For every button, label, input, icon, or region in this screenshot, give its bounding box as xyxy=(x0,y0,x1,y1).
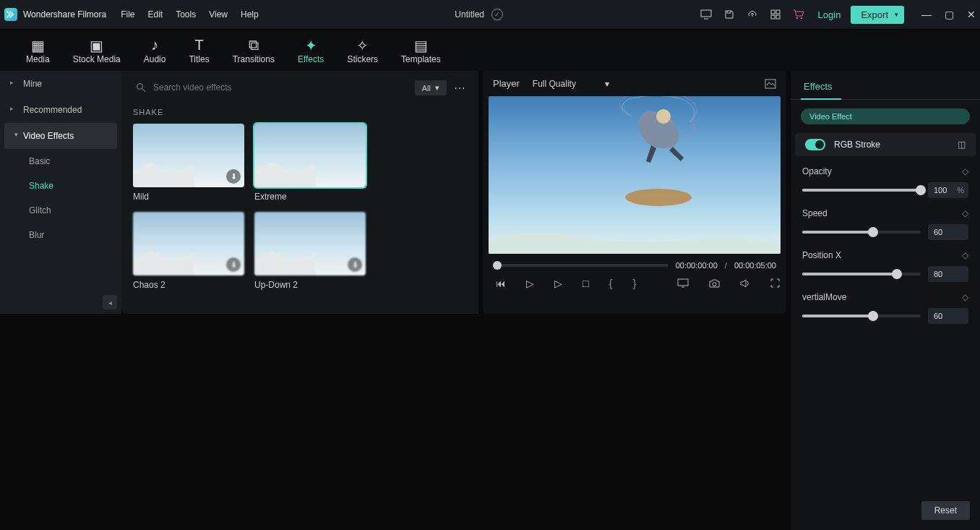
export-label: Export xyxy=(861,9,888,20)
prop-value[interactable]: 100% xyxy=(928,182,968,198)
timecode-total: 00:00:05:00 xyxy=(734,261,776,270)
close-icon[interactable]: ✕ xyxy=(967,9,976,20)
prop-value[interactable]: 60 xyxy=(928,308,968,324)
cloud-sync-icon[interactable]: ✓ xyxy=(491,9,503,20)
prop-label: Position X xyxy=(802,250,841,260)
tab-media[interactable]: ▦Media xyxy=(26,37,50,64)
prop-row-opacity: Opacity◇ 100% xyxy=(791,156,980,198)
sidebar-item-video-effects[interactable]: Video Effects xyxy=(4,123,117,149)
progress-slider[interactable] xyxy=(493,264,669,267)
prop-slider[interactable] xyxy=(802,231,921,234)
minimize-icon[interactable]: — xyxy=(921,9,932,20)
monitor-icon[interactable] xyxy=(700,8,713,21)
app-name: Wondershare Filmora xyxy=(23,9,106,20)
prop-value[interactable]: 80 xyxy=(928,266,968,282)
menu-file[interactable]: File xyxy=(121,9,134,20)
effect-toggle[interactable] xyxy=(805,139,825,150)
apps-icon[interactable] xyxy=(769,8,782,21)
more-icon[interactable]: ⋯ xyxy=(454,81,467,95)
menu-tools[interactable]: Tools xyxy=(176,9,196,20)
keyframe-diamond-icon[interactable]: ◇ xyxy=(962,166,968,176)
save-icon[interactable] xyxy=(723,8,736,21)
preview-viewport[interactable] xyxy=(489,96,781,254)
sidebar-sub-label: Shake xyxy=(29,181,53,191)
sidebar-sub-blur[interactable]: Blur xyxy=(0,223,121,247)
prop-slider[interactable] xyxy=(802,315,921,317)
keyframe-diamond-icon[interactable]: ◇ xyxy=(962,292,968,302)
tab-effects[interactable]: ✦Effects xyxy=(298,37,324,64)
mark-out-icon[interactable]: } xyxy=(632,277,636,289)
chevron-down-icon: ▾ xyxy=(435,83,439,93)
stickers-icon: ✧ xyxy=(347,37,378,54)
effect-thumb-mild[interactable]: ⬇Mild xyxy=(133,124,244,202)
effect-options-icon[interactable]: ◫ xyxy=(958,140,966,150)
snapshot-export-icon[interactable] xyxy=(765,79,776,89)
menu-help[interactable]: Help xyxy=(241,9,259,20)
prev-frame-icon[interactable]: ⏮ xyxy=(496,278,506,289)
sidebar-label: Video Effects xyxy=(23,131,74,141)
svg-rect-4 xyxy=(776,15,780,19)
sidebar-collapse-icon[interactable]: ◂ xyxy=(103,295,117,309)
menu-edit[interactable]: Edit xyxy=(148,9,163,20)
slider-knob[interactable] xyxy=(868,227,878,237)
tab-stickers[interactable]: ✧Stickers xyxy=(347,37,378,64)
keyframe-diamond-icon[interactable]: ◇ xyxy=(962,208,968,218)
slider-knob[interactable] xyxy=(868,311,878,321)
download-icon[interactable]: ⬇ xyxy=(226,169,241,184)
stop-icon[interactable]: □ xyxy=(583,278,588,289)
slider-knob[interactable] xyxy=(916,185,926,195)
export-button[interactable]: Export xyxy=(851,6,904,24)
transitions-icon: ⧉ xyxy=(233,37,275,54)
prop-value[interactable]: 60 xyxy=(928,224,968,240)
download-icon[interactable]: ⬇ xyxy=(226,257,241,272)
video-effect-pill[interactable]: Video Effect xyxy=(801,108,970,124)
search-input[interactable] xyxy=(153,82,405,93)
slider-knob[interactable] xyxy=(892,269,902,279)
sidebar-sub-glitch[interactable]: Glitch xyxy=(0,198,121,223)
svg-rect-2 xyxy=(776,10,780,14)
sidebar-item-recommended[interactable]: Recommended xyxy=(0,97,121,123)
effects-browser: All▾ ⋯ SHAKE ⬇Mild Extreme ⬇Chaos 2 ⬇Up-… xyxy=(121,71,483,314)
props-tab-label: Effects xyxy=(804,81,833,92)
quality-dropdown[interactable]: Full Quality▾ xyxy=(533,79,609,89)
prop-slider[interactable] xyxy=(802,273,921,275)
svg-rect-3 xyxy=(771,15,775,19)
sidebar-sub-shake[interactable]: Shake xyxy=(0,174,121,198)
props-tab-effects[interactable]: Effects xyxy=(791,71,980,100)
svg-point-9 xyxy=(625,189,692,206)
play-icon[interactable]: ▷ xyxy=(526,278,534,289)
cloud-upload-icon[interactable] xyxy=(746,8,759,21)
tab-label: Transitions xyxy=(233,54,275,64)
progress-knob[interactable] xyxy=(493,261,502,270)
player-label: Player xyxy=(493,78,520,89)
thumb-caption: Mild xyxy=(133,192,244,202)
tab-titles[interactable]: TTitles xyxy=(189,37,209,64)
effect-thumb-updown2[interactable]: ⬇Up-Down 2 xyxy=(254,212,366,290)
prop-slider[interactable] xyxy=(802,189,921,192)
fullscreen-icon[interactable] xyxy=(770,278,780,288)
tab-templates[interactable]: ▤Templates xyxy=(401,37,441,64)
tab-audio[interactable]: ♪Audio xyxy=(144,37,166,64)
filter-dropdown[interactable]: All▾ xyxy=(415,80,447,95)
display-icon[interactable] xyxy=(677,278,689,288)
sidebar-sub-basic[interactable]: Basic xyxy=(0,149,121,174)
play-forward-icon[interactable]: ▷ xyxy=(554,278,562,289)
effect-thumb-extreme[interactable]: Extreme xyxy=(254,124,366,202)
menu-view[interactable]: View xyxy=(209,9,228,20)
reset-button[interactable]: Reset xyxy=(921,501,970,520)
sidebar-item-mine[interactable]: Mine xyxy=(0,71,121,97)
maximize-icon[interactable]: ▢ xyxy=(945,9,954,20)
thumb-caption: Up-Down 2 xyxy=(254,280,366,290)
camera-icon[interactable] xyxy=(709,279,720,288)
effect-thumb-chaos2[interactable]: ⬇Chaos 2 xyxy=(133,212,244,290)
tab-transitions[interactable]: ⧉Transitions xyxy=(233,37,275,64)
cart-icon[interactable] xyxy=(792,8,805,21)
tab-stock-media[interactable]: ▣Stock Media xyxy=(73,37,121,64)
download-icon[interactable]: ⬇ xyxy=(348,257,362,272)
search-field[interactable] xyxy=(133,78,408,98)
keyframe-diamond-icon[interactable]: ◇ xyxy=(962,250,968,260)
login-link[interactable]: Login xyxy=(818,9,841,20)
volume-icon[interactable] xyxy=(740,279,750,288)
tab-label: Effects xyxy=(298,54,324,64)
mark-in-icon[interactable]: { xyxy=(609,277,612,289)
